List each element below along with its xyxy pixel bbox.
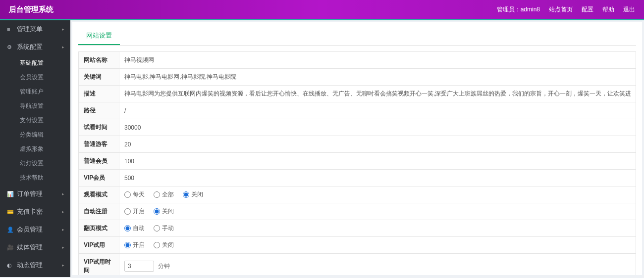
label-member: 普通会员 (79, 153, 119, 170)
group-icon: ◐ (7, 262, 14, 269)
label-keywords: 关键词 (79, 69, 119, 86)
sidebar-sub-0-7[interactable]: 幻灯设置 (0, 156, 70, 171)
main-content: 网站设置 网站名称关键词描述路径试看时间普通游客普通会员VIP会员观看模式每天全… (72, 22, 642, 275)
input-guest[interactable] (124, 141, 631, 148)
group-icon: 🎥 (7, 244, 14, 251)
sidebar: ≡管理菜单▸⚙系统配置▸基础配置会员设置管理账户导航设置支付设置分类编辑虚拟形象… (0, 20, 70, 277)
radio-vip_trial-1[interactable]: 关闭 (154, 241, 174, 249)
sidebar-sub-0-5[interactable]: 分类编辑 (0, 128, 70, 142)
menu-icon: ≡ (7, 26, 14, 32)
input-vip_trial_time[interactable] (124, 261, 154, 272)
sidebar-sub-0-3[interactable]: 导航设置 (0, 99, 70, 113)
nav-exit[interactable]: 退出 (623, 5, 635, 14)
group-icon: 💳 (7, 209, 14, 215)
nav-help[interactable]: 帮助 (602, 5, 614, 14)
sidebar-group-3[interactable]: 👤会员管理▸ (0, 221, 70, 238)
chevron-right-icon: ▸ (62, 45, 64, 49)
input-trial_time[interactable] (124, 124, 631, 131)
admin-label: 管理员：admin8 (497, 5, 540, 14)
input-desc[interactable] (124, 91, 631, 97)
radio-auto_reg-0[interactable]: 开启 (124, 207, 145, 216)
sidebar-sub-0-0[interactable]: 基础配置 (0, 56, 70, 70)
chevron-right-icon: ▸ (62, 245, 64, 250)
nav-home[interactable]: 站点首页 (549, 5, 573, 14)
radio-view_mode-1[interactable]: 全部 (154, 190, 174, 199)
input-path[interactable] (124, 107, 631, 114)
sidebar-group-4[interactable]: 🎥媒体管理▸ (0, 238, 70, 256)
label-vip_trial: VIP试用 (79, 237, 119, 254)
sidebar-menu[interactable]: ≡管理菜单▸ (0, 20, 70, 38)
header-right: 管理员：admin8 站点首页 配置 帮助 退出 (497, 5, 635, 14)
radio-view_mode-2[interactable]: 关闭 (183, 190, 203, 199)
nav-config[interactable]: 配置 (582, 5, 593, 14)
radio-auto_reg-1[interactable]: 关闭 (154, 207, 174, 216)
sidebar-sub-0-4[interactable]: 支付设置 (0, 113, 70, 128)
chevron-right-icon: ▸ (62, 191, 64, 196)
group-icon: 📊 (7, 191, 14, 197)
input-member[interactable] (124, 158, 631, 165)
label-auto_reg: 自动注册 (79, 203, 119, 220)
label-guest: 普通游客 (79, 136, 119, 153)
sidebar-group-2[interactable]: 💳充值卡密▸ (0, 203, 70, 221)
radio-page_mode-1[interactable]: 手动 (154, 224, 174, 232)
label-desc: 描述 (79, 86, 119, 102)
chevron-right-icon: ▸ (62, 227, 64, 232)
label-vip_trial_time: VIP试用时间 (79, 254, 119, 276)
group-icon: 👤 (7, 227, 14, 233)
unit-vip_trial_time: 分钟 (158, 263, 170, 270)
app-title: 后台管理系统 (9, 5, 54, 14)
sidebar-group-0[interactable]: ⚙系统配置▸ (0, 38, 70, 56)
label-path: 路径 (79, 102, 119, 119)
sidebar-group-6[interactable]: 📡广告管理▸ (0, 274, 70, 277)
radio-vip_trial-0[interactable]: 开启 (124, 241, 145, 249)
input-vip[interactable] (124, 175, 631, 182)
input-keywords[interactable] (124, 74, 631, 81)
settings-form: 网站名称关键词描述路径试看时间普通游客普通会员VIP会员观看模式每天全部关闭自动… (78, 51, 636, 275)
radio-view_mode-0[interactable]: 每天 (124, 190, 145, 199)
tab-site-settings[interactable]: 网站设置 (78, 27, 120, 45)
sidebar-group-5[interactable]: ◐动态管理▸ (0, 256, 70, 274)
header: 后台管理系统 管理员：admin8 站点首页 配置 帮助 退出 (0, 0, 644, 20)
sidebar-sub-0-6[interactable]: 虚拟形象 (0, 142, 70, 156)
chevron-right-icon: ▸ (62, 209, 64, 214)
label-site_name: 网站名称 (79, 52, 119, 69)
sidebar-group-1[interactable]: 📊订单管理▸ (0, 185, 70, 203)
sidebar-sub-0-1[interactable]: 会员设置 (0, 70, 70, 85)
label-page_mode: 翻页模式 (79, 220, 119, 237)
label-view_mode: 观看模式 (79, 186, 119, 203)
label-trial_time: 试看时间 (79, 119, 119, 136)
radio-page_mode-0[interactable]: 自动 (124, 224, 145, 232)
chevron-right-icon: ▸ (62, 27, 64, 32)
sidebar-sub-0-2[interactable]: 管理账户 (0, 85, 70, 99)
group-icon: ⚙ (7, 44, 14, 50)
sidebar-sub-0-8[interactable]: 技术帮助 (0, 171, 70, 185)
label-vip: VIP会员 (79, 170, 119, 186)
tabs: 网站设置 (78, 27, 636, 46)
input-site_name[interactable] (124, 57, 631, 64)
chevron-right-icon: ▸ (62, 263, 64, 268)
